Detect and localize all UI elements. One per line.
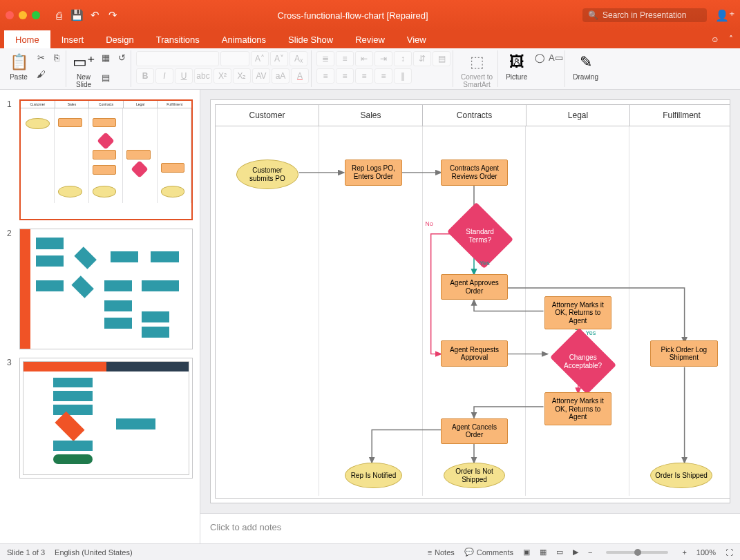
bold[interactable]: B xyxy=(136,68,154,84)
edge-label-no1: No xyxy=(425,220,433,227)
node-attorney-ok1[interactable]: Attorney Marks it OK, Returns to Agent xyxy=(544,296,611,329)
cut-icon[interactable]: ✂ xyxy=(34,51,48,64)
convert-smartart-button[interactable]: ⬚ Convert to SmartArt xyxy=(458,51,495,90)
superscript[interactable]: X² xyxy=(214,68,231,84)
zoom-in[interactable]: + xyxy=(682,548,686,557)
fit-window-icon[interactable]: ⛶ xyxy=(725,548,733,557)
columns-icon[interactable]: ‖ xyxy=(394,68,412,84)
tab-view[interactable]: View xyxy=(396,30,437,48)
textbox-icon[interactable]: A▭ xyxy=(549,51,562,64)
text-direction-icon[interactable]: ⇵ xyxy=(413,51,431,66)
node-order-shipped[interactable]: Order Is Shipped xyxy=(650,463,712,488)
align-text-icon[interactable]: ▤ xyxy=(433,51,450,66)
align-left[interactable]: ≡ xyxy=(316,68,334,84)
view-sorter-icon[interactable]: ▦ xyxy=(540,548,547,557)
indent-dec-icon[interactable]: ⇤ xyxy=(355,51,373,66)
font-color-icon[interactable]: A xyxy=(291,68,309,84)
redo-icon[interactable]: ↷ xyxy=(105,8,120,23)
lane-header-fulfillment: Fulfillment xyxy=(630,105,730,126)
node-attorney-ok2[interactable]: Attorney Marks it OK, Returns to Agent xyxy=(544,392,611,425)
copy-icon[interactable]: ⎘ xyxy=(50,51,64,64)
thumbnail-3[interactable]: 3 xyxy=(0,354,200,483)
strike[interactable]: abc xyxy=(194,68,212,84)
node-rep-logs[interactable]: Rep Logs PO, Enters Order xyxy=(345,160,401,185)
section-icon[interactable]: ▤ xyxy=(99,72,113,84)
decrease-font[interactable]: A˅ xyxy=(270,51,288,66)
line-spacing-icon[interactable]: ↕ xyxy=(394,51,412,66)
tab-home[interactable]: Home xyxy=(4,30,50,48)
language-indicator[interactable]: English (United States) xyxy=(55,548,133,557)
bullets-icon[interactable]: ≣ xyxy=(316,51,334,66)
node-contracts-review[interactable]: Contracts Agent Reviews Order xyxy=(441,160,508,185)
close-window[interactable] xyxy=(6,11,14,19)
thumbnail-pane[interactable]: 1 Customer Sales Contracts Legal Fulfill… xyxy=(0,90,200,543)
align-right[interactable]: ≡ xyxy=(355,68,373,84)
format-painter-icon[interactable]: 🖌 xyxy=(34,68,48,80)
thumbnail-1[interactable]: 1 Customer Sales Contracts Legal Fulfill… xyxy=(0,95,200,224)
lane-header-contracts: Contracts xyxy=(423,105,526,126)
edge-label-yes1: Yes xyxy=(480,260,490,267)
comments-toggle[interactable]: 💬 Comments xyxy=(464,548,513,557)
increase-font[interactable]: A˄ xyxy=(251,51,269,66)
highlight-icon[interactable]: aA xyxy=(272,68,290,84)
lane-header-legal: Legal xyxy=(526,105,630,126)
share-icon[interactable]: 👤⁺ xyxy=(715,9,734,22)
zoom-out[interactable]: − xyxy=(588,548,592,557)
drawing-button[interactable]: ✎ Drawing xyxy=(570,51,601,82)
tab-animations[interactable]: Animations xyxy=(211,30,277,48)
reset-icon[interactable]: ↺ xyxy=(115,51,129,64)
node-pick-order[interactable]: Pick Order Log Shipment xyxy=(650,340,717,366)
picture-button[interactable]: 🖼 Picture xyxy=(503,51,530,82)
smartart-icon: ⬚ xyxy=(467,52,486,72)
maximize-window[interactable] xyxy=(32,11,40,19)
slide-indicator: Slide 1 of 3 xyxy=(7,548,45,557)
tab-transitions[interactable]: Transitions xyxy=(145,30,211,48)
slide-canvas[interactable]: Customer Sales Contracts Legal Fulfillme… xyxy=(210,99,730,503)
zoom-slider[interactable] xyxy=(606,551,668,554)
node-customer-submits[interactable]: Customer submits PO xyxy=(236,160,298,189)
undo-icon[interactable]: ↶ xyxy=(87,8,102,23)
font-family[interactable] xyxy=(136,51,219,66)
view-normal-icon[interactable]: ▣ xyxy=(523,548,530,557)
layout-icon[interactable]: ▦ xyxy=(99,51,113,64)
shapes-icon[interactable]: ◯ xyxy=(533,51,547,64)
node-rep-notified[interactable]: Rep Is Notified xyxy=(345,463,401,488)
notes-toggle[interactable]: ≡ Notes xyxy=(428,548,455,557)
subscript[interactable]: X₂ xyxy=(233,68,251,84)
thumbnail-2[interactable]: 2 xyxy=(0,224,200,354)
node-agent-requests[interactable]: Agent Requests Approval xyxy=(441,340,508,366)
paste-button[interactable]: 📋 Paste xyxy=(6,51,31,82)
picture-icon: 🖼 xyxy=(507,52,526,72)
minimize-window[interactable] xyxy=(19,11,27,19)
save-icon[interactable]: 💾 xyxy=(69,8,84,23)
tab-design[interactable]: Design xyxy=(95,30,144,48)
italic[interactable]: I xyxy=(155,68,173,84)
view-slideshow-icon[interactable]: ▶ xyxy=(573,548,578,557)
autosave-icon[interactable]: ⎙ xyxy=(51,8,66,23)
justify[interactable]: ≡ xyxy=(374,68,392,84)
lane-header-customer: Customer xyxy=(216,105,319,126)
new-slide-icon: ▭⁺ xyxy=(74,52,93,72)
font-size[interactable] xyxy=(220,51,249,66)
indent-inc-icon[interactable]: ⇥ xyxy=(374,51,392,66)
notes-area[interactable]: Click to add notes xyxy=(200,513,740,543)
numbering-icon[interactable]: ≡ xyxy=(336,51,354,66)
tab-review[interactable]: Review xyxy=(344,30,396,48)
new-slide-button[interactable]: ▭⁺ New Slide xyxy=(71,51,96,90)
char-spacing-icon[interactable]: AV xyxy=(252,68,270,84)
ribbon: 📋 Paste ✂ ⎘ 🖌 ▭⁺ New Slide ▦ ↺ ▤ xyxy=(0,48,740,90)
tab-slideshow[interactable]: Slide Show xyxy=(277,30,344,48)
node-agent-approves[interactable]: Agent Approves Order xyxy=(441,274,508,300)
zoom-level[interactable]: 100% xyxy=(696,548,716,557)
collapse-ribbon-icon[interactable]: ˄ xyxy=(729,35,733,44)
node-agent-cancels[interactable]: Agent Cancels Order xyxy=(441,418,508,444)
tab-insert[interactable]: Insert xyxy=(50,30,95,48)
clear-format-icon[interactable]: Aᵪ xyxy=(290,51,307,66)
smiley-icon[interactable]: ☺ xyxy=(711,35,719,44)
lane-header-sales: Sales xyxy=(319,105,423,126)
underline[interactable]: U xyxy=(175,68,193,84)
align-center[interactable]: ≡ xyxy=(336,68,354,84)
search-input[interactable]: 🔍 Search in Presentation xyxy=(582,8,707,22)
view-reading-icon[interactable]: ▭ xyxy=(556,548,563,557)
search-placeholder: Search in Presentation xyxy=(603,10,686,20)
